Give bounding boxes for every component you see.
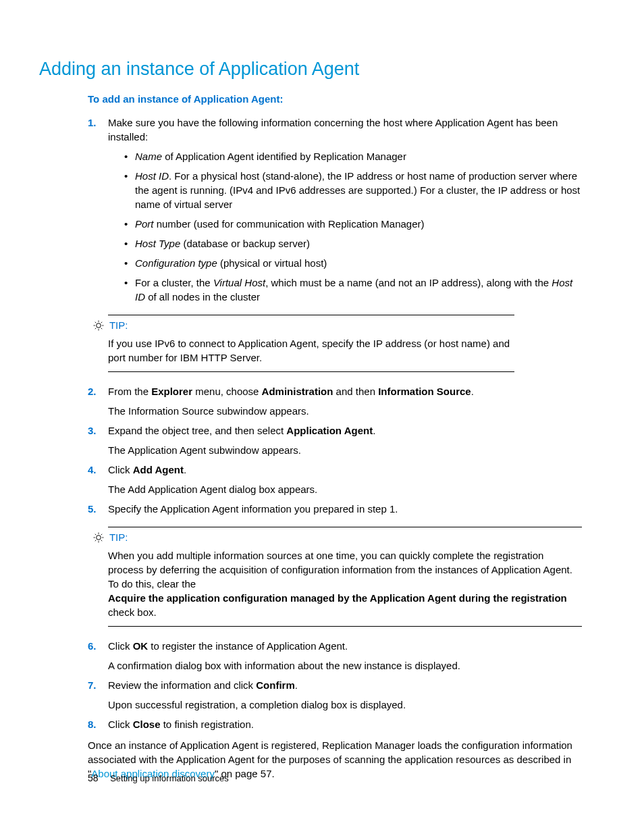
step-number: 1. bbox=[88, 115, 97, 130]
step-number: 2. bbox=[88, 384, 97, 398]
step-8: 8. Click Close to finish registration. bbox=[88, 717, 582, 731]
step-4: 4. Click Add Agent. The Add Application … bbox=[88, 463, 582, 496]
step-text: Make sure you have the following informa… bbox=[108, 115, 582, 144]
page-footer: 58 Setting up information sources bbox=[88, 772, 229, 785]
mid: , which must be a name (and not an IP ad… bbox=[265, 277, 552, 288]
step-number: 6. bbox=[88, 639, 97, 653]
step-2: 2. From the Explorer menu, choose Admini… bbox=[88, 384, 582, 418]
step-text: Specify the Application Agent informatio… bbox=[108, 502, 582, 516]
desc: . For a physical host (stand-alone), the… bbox=[135, 170, 580, 210]
tip-rule-bottom bbox=[108, 626, 582, 627]
tip-body: If you use IPv6 to connect to Applicatio… bbox=[108, 336, 514, 365]
step-6: 6. Click OK to register the instance of … bbox=[88, 639, 582, 673]
svg-line-6 bbox=[101, 328, 102, 329]
step-text: Review the information and click Confirm… bbox=[108, 678, 582, 692]
sub-item: For a cluster, the Virtual Host, which m… bbox=[124, 276, 582, 304]
main-ordered-list-cont: 2. From the Explorer menu, choose Admini… bbox=[88, 384, 582, 516]
svg-point-9 bbox=[97, 535, 101, 540]
sub-item: Name of Application Agent identified by … bbox=[124, 149, 582, 163]
svg-line-15 bbox=[101, 540, 102, 541]
tip-heading: TIP: bbox=[93, 530, 582, 544]
desc: number (used for communication with Repl… bbox=[154, 218, 425, 230]
step-sub: The Application Agent subwindow appears. bbox=[108, 443, 582, 457]
step-text: Click Close to finish registration. bbox=[108, 717, 582, 731]
step-5: 5. Specify the Application Agent informa… bbox=[88, 502, 582, 516]
step-sub: The Add Application Agent dialog box app… bbox=[108, 482, 582, 496]
sub-item: Configuration type (physical or virtual … bbox=[124, 256, 582, 270]
lightbulb-icon bbox=[93, 320, 104, 331]
svg-line-7 bbox=[95, 328, 96, 329]
desc: of Application Agent identified by Repli… bbox=[162, 151, 406, 162]
term: Host ID bbox=[135, 170, 169, 182]
tip-label: TIP: bbox=[109, 319, 128, 331]
sub-item: Port number (used for communication with… bbox=[124, 217, 582, 231]
step-number: 3. bbox=[88, 423, 97, 438]
step-text: Expand the object tree, and then select … bbox=[108, 423, 582, 438]
tip-block-2: TIP: When you add multiple information s… bbox=[93, 527, 582, 627]
step-sub: Upon successful registration, a completi… bbox=[108, 698, 582, 712]
step-number: 8. bbox=[88, 717, 97, 731]
sub-item: Host Type (database or backup server) bbox=[124, 236, 582, 251]
desc: (physical or virtual host) bbox=[217, 257, 327, 269]
step-text: Click OK to register the instance of App… bbox=[108, 639, 582, 653]
svg-point-0 bbox=[97, 323, 101, 328]
tip-rule-top bbox=[108, 527, 582, 527]
step-text: From the Explorer menu, choose Administr… bbox=[108, 384, 582, 398]
desc: (database or backup server) bbox=[180, 238, 310, 249]
term: Port bbox=[135, 218, 154, 230]
term: Name bbox=[135, 151, 162, 162]
sub-bullet-list: Name of Application Agent identified by … bbox=[108, 149, 582, 304]
step-7: 7. Review the information and click Conf… bbox=[88, 678, 582, 712]
step-sub: A confirmation dialog box with informati… bbox=[108, 658, 582, 673]
term: Configuration type bbox=[135, 257, 217, 269]
content-body: To add an instance of Application Agent:… bbox=[88, 92, 582, 781]
document-page: Adding an instance of Application Agent … bbox=[0, 0, 644, 834]
tip-body: When you add multiple information source… bbox=[108, 548, 582, 619]
step-number: 5. bbox=[88, 502, 97, 516]
term: Host Type bbox=[135, 238, 180, 249]
step-sub: The Information Source subwindow appears… bbox=[108, 404, 582, 418]
pre: For a cluster, the bbox=[135, 277, 213, 288]
svg-line-5 bbox=[95, 322, 96, 323]
tip-rule-top bbox=[108, 315, 514, 315]
main-ordered-list: 1. Make sure you have the following info… bbox=[88, 115, 582, 304]
post: of all nodes in the cluster bbox=[145, 291, 260, 303]
term: Virtual Host bbox=[213, 277, 265, 288]
page-number: 58 bbox=[88, 773, 99, 783]
step-number: 4. bbox=[88, 463, 97, 477]
intro-line: To add an instance of Application Agent: bbox=[88, 92, 582, 106]
svg-line-16 bbox=[95, 540, 96, 541]
footer-section: Setting up information sources bbox=[110, 773, 229, 783]
svg-line-14 bbox=[95, 534, 96, 535]
sub-item: Host ID. For a physical host (stand-alon… bbox=[124, 169, 582, 211]
step-number: 7. bbox=[88, 678, 97, 692]
step-1: 1. Make sure you have the following info… bbox=[88, 115, 582, 304]
main-ordered-list-cont2: 6. Click OK to register the instance of … bbox=[88, 639, 582, 731]
step-text: Click Add Agent. bbox=[108, 463, 582, 477]
tip-label: TIP: bbox=[109, 531, 128, 543]
lightbulb-icon bbox=[93, 532, 104, 543]
tip-rule-bottom bbox=[108, 371, 514, 372]
svg-line-8 bbox=[101, 322, 102, 323]
page-title: Adding an instance of Application Agent bbox=[39, 57, 605, 82]
svg-line-17 bbox=[101, 534, 102, 535]
step-3: 3. Expand the object tree, and then sele… bbox=[88, 423, 582, 457]
tip-block-1: TIP: If you use IPv6 to connect to Appli… bbox=[93, 315, 514, 372]
tip-heading: TIP: bbox=[93, 318, 514, 332]
